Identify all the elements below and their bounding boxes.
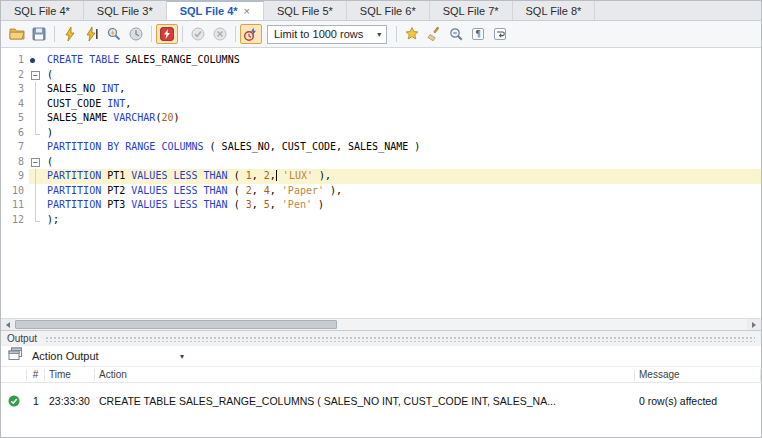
code-text: PARTITION BY RANGE COLUMNS ( SALES_NO, C… (42, 140, 761, 155)
save-icon[interactable] (28, 24, 50, 44)
svg-text:¶: ¶ (475, 29, 481, 39)
code-line[interactable]: 9PARTITION PT1 VALUES LESS THAN ( 1, 2, … (1, 169, 761, 184)
code-line[interactable]: 5SALES_NAME VARCHAR(20) (1, 111, 761, 126)
tab-sql-file-3[interactable]: SQL File 5* (264, 1, 347, 20)
col-header-message: Message (635, 369, 761, 381)
row-index: 1 (27, 395, 45, 407)
statement-marker-dot (30, 58, 35, 63)
toggle-autocommit-icon[interactable] (240, 24, 262, 44)
token-k: VARCHAR (113, 112, 155, 123)
token-s: 'Pen' (282, 199, 312, 210)
code-area: 1CREATE TABLE SALES_RANGE_COLUMNS2−(3SAL… (1, 53, 761, 227)
tab-label: SQL File 8* (526, 5, 582, 17)
tab-close-icon[interactable]: × (244, 6, 250, 17)
tab-sql-file-6[interactable]: SQL File 8* (513, 1, 596, 20)
output-row[interactable]: 123:33:30CREATE TABLE SALES_RANGE_COLUMN… (1, 393, 761, 409)
code-line[interactable]: 10PARTITION PT2 VALUES LESS THAN ( 2, 4,… (1, 184, 761, 199)
col-header-num: # (27, 369, 45, 381)
token-p: CUST_CODE (47, 98, 107, 109)
find-icon[interactable] (445, 24, 467, 44)
code-line[interactable]: 4CUST_CODE INT, (1, 97, 761, 112)
fold-collapse-icon[interactable]: − (31, 158, 40, 167)
editor-toolbar: Limit to 1000 rows▾¶ (1, 21, 761, 48)
right-triangle-icon (752, 322, 756, 328)
open-file-icon[interactable] (6, 24, 28, 44)
toolbar-separator (235, 26, 236, 42)
token-p: , (125, 98, 131, 109)
code-line[interactable]: 7PARTITION BY RANGE COLUMNS ( SALES_NO, … (1, 140, 761, 155)
token-p: ) (312, 199, 324, 210)
invisible-characters-icon[interactable]: ¶ (467, 24, 489, 44)
scrollbar-thumb[interactable] (15, 320, 337, 329)
token-p: SALES_NO (47, 83, 101, 94)
toggle-stop-on-error-icon[interactable] (156, 24, 178, 44)
token-p: PT1 (101, 170, 131, 181)
tab-sql-file-5[interactable]: SQL File 7* (430, 1, 513, 20)
code-line[interactable]: 6) (1, 126, 761, 141)
save-snippet-icon[interactable] (401, 24, 423, 44)
toolbar-separator (182, 26, 183, 42)
wrap-text-icon[interactable] (489, 24, 511, 44)
tab-sql-file-0[interactable]: SQL File 4* (1, 1, 84, 20)
horizontal-scrollbar[interactable] (1, 318, 761, 331)
line-number: 11 (1, 198, 29, 213)
execute-current-statement-icon[interactable] (81, 24, 103, 44)
code-line[interactable]: 11PARTITION PT3 VALUES LESS THAN ( 3, 5,… (1, 198, 761, 213)
scroll-left-arrow[interactable] (1, 319, 15, 330)
code-text: ( (42, 68, 761, 83)
toolbar-separator (396, 26, 397, 42)
tab-sql-file-2[interactable]: SQL File 4*× (167, 1, 264, 20)
explain-query-icon[interactable] (103, 24, 125, 44)
tab-sql-file-1[interactable]: SQL File 3* (84, 1, 167, 20)
tab-label: SQL File 7* (443, 5, 499, 17)
code-line[interactable]: 12); (1, 213, 761, 228)
code-text: PARTITION PT1 VALUES LESS THAN ( 1, 2, '… (42, 169, 761, 184)
output-view-dropdown[interactable]: Action Output ▾ (32, 350, 184, 362)
fold-margin (29, 169, 42, 184)
stop-query-icon[interactable] (125, 24, 147, 44)
col-header-time: Time (45, 369, 95, 381)
sql-editor[interactable]: 1CREATE TABLE SALES_RANGE_COLUMNS2−(3SAL… (1, 48, 761, 318)
token-p: ) (47, 127, 53, 138)
fold-margin (29, 140, 42, 155)
token-p: ( (47, 69, 53, 80)
code-line[interactable]: 2−( (1, 68, 761, 83)
left-triangle-icon (6, 322, 10, 328)
row-limit-dropdown[interactable]: Limit to 1000 rows▾ (267, 25, 387, 44)
fold-margin (29, 213, 42, 228)
toolbar-separator (54, 26, 55, 42)
token-p: ( (47, 156, 53, 167)
token-n: 20 (161, 112, 173, 123)
fold-margin (29, 111, 42, 126)
scroll-right-arrow[interactable] (747, 319, 761, 330)
token-p: , (252, 185, 264, 196)
token-k: PARTITION (47, 170, 101, 181)
code-line[interactable]: 8−( (1, 155, 761, 170)
success-status-icon (1, 395, 27, 407)
scrollbar-track[interactable] (15, 319, 747, 330)
token-p: ) (173, 112, 179, 123)
code-line[interactable]: 1CREATE TABLE SALES_RANGE_COLUMNS (1, 53, 761, 68)
col-header-action: Action (95, 369, 635, 381)
commit-icon[interactable] (187, 24, 209, 44)
line-number: 6 (1, 126, 29, 141)
line-number: 5 (1, 111, 29, 126)
line-number: 2 (1, 68, 29, 83)
rollback-icon[interactable] (209, 24, 231, 44)
token-p: , (119, 83, 125, 94)
code-text: CUST_CODE INT, (42, 97, 761, 112)
token-k: VALUES LESS THAN (131, 170, 227, 181)
execute-icon[interactable] (59, 24, 81, 44)
output-grid-header: #TimeActionMessage (1, 367, 761, 383)
beautify-script-icon[interactable] (423, 24, 445, 44)
token-s: 'Paper' (282, 185, 324, 196)
token-p: , (270, 185, 282, 196)
tab-sql-file-4[interactable]: SQL File 6* (347, 1, 430, 20)
token-k: TABLE (89, 54, 119, 65)
token-k: VALUES LESS THAN (131, 199, 227, 210)
token-p: SALES_RANGE_COLUMNS (119, 54, 239, 65)
fold-collapse-icon[interactable]: − (31, 71, 40, 80)
code-line[interactable]: 3SALES_NO INT, (1, 82, 761, 97)
code-text: CREATE TABLE SALES_RANGE_COLUMNS (42, 53, 761, 68)
fold-margin (29, 184, 42, 199)
